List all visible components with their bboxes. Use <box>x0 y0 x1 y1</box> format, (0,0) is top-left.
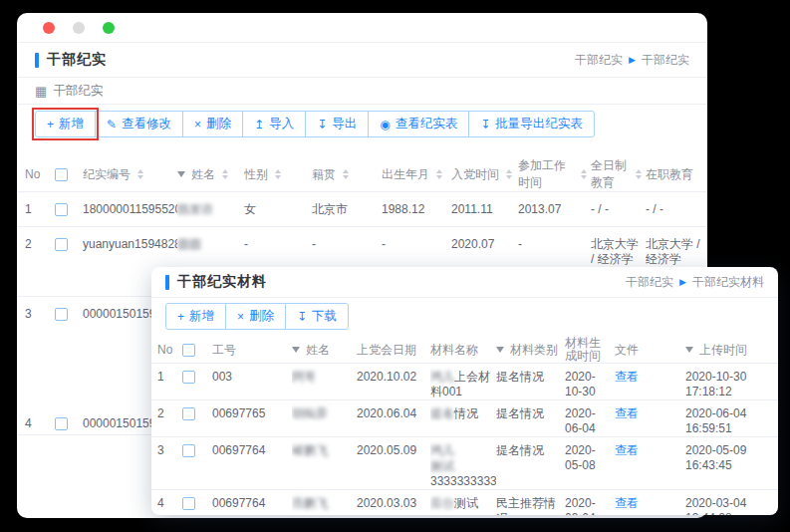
add-button-highlight: + 新增 <box>35 111 96 137</box>
filter-icon[interactable] <box>685 347 693 353</box>
filter-icon[interactable] <box>496 347 504 353</box>
eye-icon: ◉ <box>380 118 390 132</box>
view-file-link[interactable]: 查看 <box>615 370 639 384</box>
view-record-sheet-button[interactable]: ◉ 查看纪实表 <box>368 111 469 137</box>
sort-icon[interactable] <box>436 169 442 179</box>
staff-id: 00697765 <box>212 400 292 437</box>
col-no: No <box>17 157 55 192</box>
col-native-place: 籍贯 <box>312 157 382 192</box>
material-name: 鸿儿上会材料001 <box>430 364 496 400</box>
col-name: 姓名 <box>292 337 357 364</box>
col-file: 文件 <box>615 337 685 364</box>
page-header: 干部纪实材料 干部纪实 ▶ 干部纪实材料 <box>151 267 778 298</box>
col-record-code: 纪实编号 <box>83 157 177 192</box>
material-name: 提名情况 <box>430 400 496 437</box>
sort-icon[interactable] <box>343 169 349 179</box>
person-name: 褚鹏飞 <box>292 443 328 457</box>
row-index: 3 <box>17 297 55 406</box>
plus-icon: + <box>177 310 184 324</box>
row-checkbox[interactable] <box>55 203 68 216</box>
card-title: 干部纪实 <box>53 83 103 100</box>
title-accent-bar <box>165 275 169 290</box>
sort-icon[interactable] <box>222 169 228 179</box>
select-all-checkbox[interactable] <box>182 344 195 357</box>
sort-icon[interactable] <box>275 169 281 179</box>
col-party-join: 入党时间 <box>451 157 518 192</box>
close-traffic-light[interactable] <box>43 22 55 34</box>
person-name: 陈发语 <box>177 202 213 216</box>
zoom-traffic-light[interactable] <box>103 22 115 34</box>
row-checkbox[interactable] <box>55 238 68 251</box>
row-checkbox[interactable] <box>182 444 195 457</box>
table-row: 4 00697764 浩鹏飞 2020.03.03 后台测试 民主推荐情况 20… <box>151 490 778 516</box>
person-name: 浩鹏飞 <box>292 496 328 510</box>
col-upload-time: 上传时间 <box>685 337 778 364</box>
view-edit-button[interactable]: ✎ 查看修改 <box>95 111 183 137</box>
person-name: 胡灿弃 <box>292 406 328 420</box>
row-checkbox[interactable] <box>182 497 195 510</box>
col-birth: 出生年月 <box>382 157 451 192</box>
view-file-link[interactable]: 查看 <box>615 496 639 510</box>
select-all-checkbox[interactable] <box>55 168 68 181</box>
col-work-join: 参加工作时间 <box>518 157 591 192</box>
minimize-traffic-light[interactable] <box>73 22 85 34</box>
filter-icon[interactable] <box>292 347 300 353</box>
row-index: 3 <box>151 437 182 490</box>
row-checkbox[interactable] <box>182 371 195 384</box>
sort-icon[interactable] <box>636 169 642 179</box>
export-button[interactable]: ↧ 导出 <box>305 111 369 137</box>
batch-export-button[interactable]: ↧ 批量导出纪实表 <box>468 111 595 137</box>
table-row: 3 00697764 褚鹏飞 2020.05.09 鸿儿 测试333333333… <box>151 437 778 490</box>
download-icon: ↧ <box>297 310 307 324</box>
col-name: 姓名 <box>177 157 244 192</box>
add-button[interactable]: + 新增 <box>35 111 96 137</box>
staff-id: 00697764 <box>212 437 292 490</box>
person-name: 圆圆 <box>177 237 201 251</box>
table-row: 2 00697765 胡灿弃 2020.06.04 提名情况 提名情况 2020… <box>151 400 778 437</box>
row-checkbox[interactable] <box>55 417 68 430</box>
row-checkbox[interactable] <box>55 308 68 321</box>
breadcrumb-arrow-icon: ▶ <box>629 55 636 65</box>
materials-toolbar: + 新增 × 删除 ↧ 下载 <box>151 298 778 333</box>
col-material-category: 材料类别 <box>496 337 565 364</box>
download-icon: ↧ <box>317 118 327 132</box>
row-checkbox[interactable] <box>182 407 195 420</box>
sort-icon[interactable] <box>581 169 587 179</box>
cadre-materials-window: 干部纪实材料 干部纪实 ▶ 干部纪实材料 + 新增 × 删除 ↧ 下载 <box>151 267 778 515</box>
sort-icon[interactable] <box>506 169 512 179</box>
page-header: 干部纪实 干部纪实 ▶ 干部纪实 <box>17 43 707 78</box>
import-button[interactable]: ↥ 导入 <box>242 111 306 137</box>
person-name: 阿哥 <box>292 370 316 384</box>
title-accent-bar <box>35 53 39 68</box>
sort-icon[interactable] <box>137 169 143 179</box>
card-header: ▦ 干部纪实 <box>17 78 707 105</box>
row-index: 1 <box>17 192 55 227</box>
breadcrumb-parent[interactable]: 干部纪实 <box>626 274 673 291</box>
material-name: 后台测试 <box>430 490 496 516</box>
view-file-link[interactable]: 查看 <box>615 443 639 457</box>
upload-icon: ↥ <box>254 118 264 132</box>
col-sex: 性别 <box>244 157 312 192</box>
row-index: 2 <box>17 227 55 297</box>
download-icon: ↧ <box>480 118 490 132</box>
view-file-link[interactable]: 查看 <box>615 406 639 420</box>
breadcrumb-parent[interactable]: 干部纪实 <box>575 52 623 69</box>
col-generated-time: 材料生成时间 <box>565 337 615 364</box>
breadcrumb: 干部纪实 ▶ 干部纪实 <box>575 52 689 69</box>
col-staff-id: 工号 <box>212 337 292 364</box>
table-row: 1 180000011595520000 陈发语 女 北京市 1988.12 2… <box>17 192 707 227</box>
delete-button[interactable]: × 删除 <box>182 111 243 137</box>
close-icon: × <box>237 310 244 324</box>
breadcrumb-arrow-icon: ▶ <box>679 277 686 287</box>
download-button[interactable]: ↧ 下载 <box>285 303 349 330</box>
breadcrumb: 干部纪实 ▶ 干部纪实材料 <box>626 274 764 291</box>
record-code: 180000011595520000 <box>83 192 177 227</box>
desktop-background: 干部纪实 干部纪实 ▶ 干部纪实 ▦ 干部纪实 + 新增 ✎ 查看修改 <box>0 0 790 532</box>
table-header-row: No 工号 姓名 上党会日期 材料名称 材料类别 材料生成时间 文件 上传时间 <box>151 337 778 364</box>
row-index: 2 <box>151 400 182 437</box>
col-material-name: 材料名称 <box>430 337 496 364</box>
cadre-materials-table: No 工号 姓名 上党会日期 材料名称 材料类别 材料生成时间 文件 上传时间 … <box>151 337 778 515</box>
delete-button[interactable]: × 删除 <box>225 303 286 330</box>
filter-icon[interactable] <box>177 171 185 177</box>
add-button[interactable]: + 新增 <box>165 303 226 330</box>
